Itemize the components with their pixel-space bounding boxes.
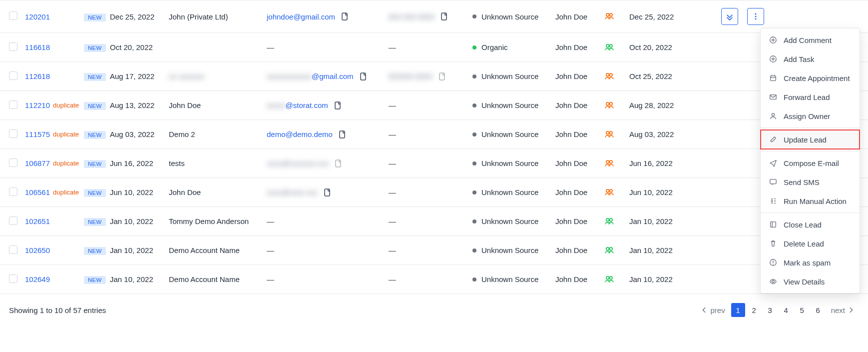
lead-id-link[interactable]: 116618 (25, 43, 50, 52)
row-select-checkbox[interactable] (9, 130, 17, 138)
document-icon[interactable] (334, 159, 343, 168)
row-select-checkbox[interactable] (9, 274, 17, 283)
document-icon[interactable] (439, 12, 448, 21)
lead-id-link[interactable]: 102651 (25, 217, 50, 226)
menu-create-appointment[interactable]: Create Appointment (761, 68, 860, 88)
lead-id-link[interactable]: 102649 (25, 275, 50, 284)
menu-delete-lead[interactable]: Delete Lead (761, 234, 860, 253)
menu-item-label: Update Lead (784, 136, 827, 144)
page-number[interactable]: 4 (779, 303, 793, 317)
sms-icon (769, 178, 778, 186)
lead-email[interactable]: xxxx@xxxx.xxx (267, 188, 318, 196)
menu-close-lead[interactable]: Close Lead (761, 215, 860, 234)
lead-id-link[interactable]: 111575 (25, 130, 50, 138)
lead-email[interactable]: johndoe@gmail.com (267, 12, 335, 21)
lead-id-link[interactable]: 120201 (25, 12, 50, 21)
menu-view-details[interactable]: View Details (761, 272, 860, 291)
created-date: Aug 17, 2022 (110, 72, 154, 80)
empty-value: — (389, 130, 396, 138)
lead-email[interactable]: demo@demo.demo (267, 130, 333, 138)
source-dot-icon (472, 46, 476, 50)
leads-table: 120201NEWDec 25, 2022John (Private Ltd)j… (0, 0, 868, 294)
lead-id-link[interactable]: 112618 (25, 72, 50, 80)
pagination: prev123456next (696, 303, 859, 317)
alert-icon (769, 258, 778, 267)
page-number[interactable]: 3 (763, 303, 777, 317)
lead-name: Demo Account Name (169, 246, 240, 254)
empty-value: — (267, 217, 274, 226)
menu-mark-spam[interactable]: Mark as spam (761, 253, 860, 272)
row-select-checkbox[interactable] (9, 246, 17, 254)
team-icon (604, 158, 629, 168)
menu-add-comment[interactable]: Add Comment (761, 30, 860, 50)
document-icon[interactable] (437, 72, 446, 81)
row-select-checkbox[interactable] (9, 12, 17, 20)
menu-run-manual-action[interactable]: Run Manual Action (761, 192, 860, 210)
row-select-checkbox[interactable] (9, 188, 17, 196)
menu-compose-email[interactable]: Compose E-mail (761, 154, 860, 172)
menu-item-label: Add Task (784, 55, 814, 64)
duplicate-label: duplicate (53, 160, 79, 167)
lead-owner: John Doe (555, 130, 587, 138)
menu-add-task[interactable]: Add Task (761, 50, 860, 68)
page-number[interactable]: 1 (731, 303, 745, 317)
lead-id-link[interactable]: 106877 (25, 159, 50, 168)
updated-date: Oct 20, 2022 (629, 43, 672, 52)
lead-owner: John Doe (555, 217, 587, 226)
page-number[interactable]: 5 (795, 303, 809, 317)
lead-source: Unknown Source (481, 130, 538, 138)
lead-email[interactable]: xxxxxxxxxxxx@gmail.com (267, 72, 354, 80)
created-date: Jun 10, 2022 (110, 188, 153, 196)
menu-divider (761, 151, 860, 152)
row-select-checkbox[interactable] (9, 158, 17, 167)
updated-date: Aug 28, 2022 (629, 101, 674, 110)
lead-id-link[interactable]: 106561 (25, 188, 50, 196)
team-icon (604, 274, 629, 284)
lead-email[interactable]: xxxxx@storat.com (267, 101, 328, 110)
menu-divider (761, 128, 860, 128)
pager-prev[interactable]: prev (696, 304, 729, 316)
status-badge: NEW (84, 44, 106, 52)
menu-forward-lead[interactable]: Forward Lead (761, 88, 860, 106)
lead-id-link[interactable]: 102650 (25, 246, 50, 254)
document-icon[interactable] (333, 101, 342, 110)
document-icon[interactable] (323, 188, 332, 197)
plus-circle-icon (769, 54, 778, 64)
pager-next[interactable]: next (827, 304, 859, 316)
row-select-checkbox[interactable] (9, 100, 17, 109)
lead-source: Organic (481, 43, 508, 52)
row-select-checkbox[interactable] (9, 72, 17, 80)
document-icon[interactable] (359, 72, 368, 81)
menu-send-sms[interactable]: Send SMS (761, 172, 860, 192)
row-context-menu: Add CommentAdd TaskCreate AppointmentFor… (760, 28, 860, 294)
row-menu-button[interactable] (747, 8, 764, 25)
lead-name: tests (169, 159, 185, 168)
page-number[interactable]: 2 (747, 303, 761, 317)
empty-value: — (389, 43, 396, 52)
status-badge: NEW (84, 131, 106, 139)
page-number[interactable]: 6 (811, 303, 825, 317)
table-row: 112210duplicateNEWAug 13, 2022John Doexx… (0, 91, 868, 120)
calendar-icon (769, 74, 778, 82)
lead-owner: John Doe (555, 43, 587, 52)
row-select-checkbox[interactable] (9, 216, 17, 225)
empty-value: — (389, 246, 396, 254)
created-date: Aug 13, 2022 (110, 101, 154, 110)
document-icon[interactable] (338, 130, 347, 139)
source-dot-icon (472, 248, 476, 252)
row-select-checkbox[interactable] (9, 42, 17, 51)
expand-button[interactable] (721, 8, 738, 25)
team-icon (604, 188, 629, 198)
lead-name: Demo Account Name (169, 275, 240, 284)
lead-email[interactable]: xxxx@xxxxxxx.xxx (267, 159, 329, 168)
lead-id-link[interactable]: 112210 (25, 101, 50, 110)
team-icon (604, 42, 629, 52)
menu-update-lead[interactable]: Update Lead (761, 130, 860, 149)
table-row: 120201NEWDec 25, 2022John (Private Ltd)j… (0, 0, 868, 33)
lead-phone: 000000 0000 (389, 72, 433, 80)
menu-assign-owner[interactable]: Assign Owner (761, 106, 860, 126)
menu-item-label: Send SMS (784, 178, 820, 186)
source-dot-icon (472, 132, 476, 136)
document-icon[interactable] (340, 12, 349, 21)
created-date: Aug 03, 2022 (110, 130, 154, 138)
